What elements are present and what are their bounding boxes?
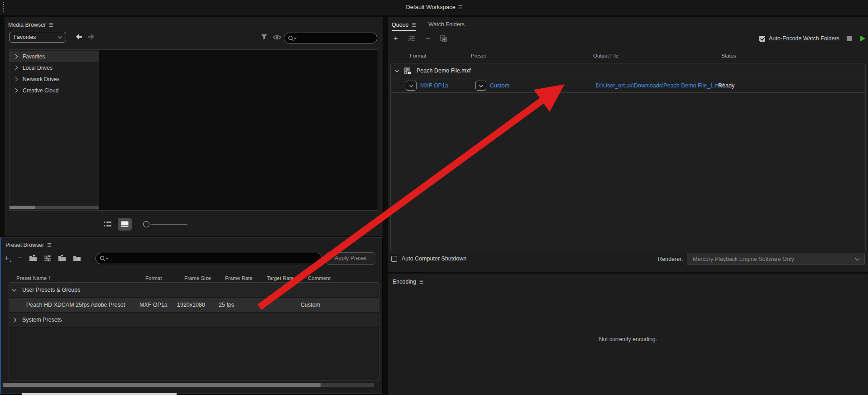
tab-watch-folders[interactable]: Watch Folders — [428, 21, 465, 30]
encoding-panel-menu-icon[interactable]: ☰ — [418, 279, 423, 284]
back-arrow-button[interactable] — [75, 33, 83, 40]
chevron-right-icon[interactable] — [14, 54, 18, 59]
preset-hscrollbar[interactable] — [3, 383, 374, 387]
preset-browser-panel-menu-icon[interactable]: ☰ — [46, 242, 51, 248]
start-queue-icon[interactable] — [860, 35, 865, 42]
media-browser-title: Media Browser — [8, 22, 46, 28]
chevron-right-icon[interactable] — [14, 88, 18, 93]
format-link[interactable]: MXF OP1a — [420, 82, 448, 89]
add-source-button[interactable]: + — [393, 34, 398, 43]
chevron-right-icon[interactable] — [12, 318, 17, 322]
queue-list: Peach Demo File.mxf MXF OP1a Custom D:\U… — [390, 63, 866, 252]
search-icon — [100, 255, 109, 261]
column-format[interactable]: Format — [145, 275, 162, 281]
chevron-down-icon[interactable] — [395, 68, 399, 72]
column-preset[interactable]: Preset — [471, 53, 486, 58]
queue-panel-menu-icon[interactable]: ☰ — [411, 22, 416, 28]
tree-item-favorites[interactable]: Favorites — [10, 51, 99, 62]
column-frame-rate[interactable]: Frame Rate — [225, 275, 253, 281]
auto-encode-label: Auto-Encode Watch Folders — [769, 35, 839, 42]
preset-format: MXF OP1a — [139, 302, 168, 308]
media-browser-body: Favorites Local Drives Network Drives Cr… — [9, 49, 378, 211]
eye-icon[interactable] — [273, 34, 281, 40]
media-tree-hscrollbar[interactable] — [10, 206, 99, 209]
preset-list: User Presets & Groups Peach HD XDCAM 25f… — [9, 282, 379, 381]
sort-ascending-icon[interactable]: ↑ — [48, 275, 51, 281]
media-file-icon — [404, 67, 411, 75]
media-search-input[interactable] — [284, 33, 377, 43]
app-titlebar: Default Workspace ☰ — [0, 0, 868, 15]
workspace-switcher[interactable]: Default Workspace ☰ — [0, 4, 868, 10]
zoom-slider-handle[interactable] — [143, 221, 149, 227]
forward-arrow-button[interactable] — [87, 33, 95, 40]
filter-icon[interactable] — [261, 34, 268, 40]
column-output-file[interactable]: Output File — [593, 53, 619, 58]
column-format[interactable]: Format — [410, 53, 426, 58]
scrollbar-thumb[interactable] — [10, 206, 35, 209]
column-preset-name[interactable]: Preset Name — [16, 275, 47, 281]
thumbnail-view-icon[interactable] — [118, 218, 132, 231]
tree-item-label: Creative Cloud — [23, 87, 58, 94]
preset-group-label: User Presets & Groups — [22, 287, 81, 293]
preset-row-selected[interactable]: Peach HD XDCAM 25fps Adobe Preset MXF OP… — [9, 298, 379, 313]
preset-search-input[interactable] — [96, 253, 322, 264]
scrollbar-thumb[interactable] — [3, 383, 321, 387]
column-status[interactable]: Status — [721, 53, 736, 58]
tree-item-network-drives[interactable]: Network Drives — [10, 73, 99, 85]
encoding-title: Encoding — [393, 279, 416, 285]
workspace-menu-icon[interactable]: ☰ — [457, 5, 462, 10]
format-dropdown-button[interactable] — [406, 81, 417, 91]
tree-item-creative-cloud[interactable]: Creative Cloud — [10, 85, 99, 96]
preset-settings-button[interactable] — [44, 255, 52, 262]
column-comment[interactable]: Comment — [308, 275, 331, 281]
import-preset-button[interactable] — [58, 255, 67, 262]
tab-queue[interactable]: Queue ☰ — [392, 20, 416, 31]
tree-item-label: Local Drives — [23, 65, 53, 71]
tree-item-label: Favorites — [23, 53, 45, 60]
apply-preset-button[interactable]: Apply Preset — [326, 252, 375, 265]
preset-dropdown-button[interactable] — [475, 81, 486, 91]
media-view-controls — [5, 215, 374, 233]
workspace-name: Default Workspace — [406, 4, 456, 10]
create-preset-button[interactable]: +˯ — [5, 254, 12, 263]
zoom-slider-track[interactable] — [151, 224, 187, 225]
chevron-down-icon[interactable] — [12, 287, 17, 292]
queue-source-row[interactable]: Peach Demo File.mxf — [391, 63, 865, 78]
export-preset-button[interactable] — [73, 255, 82, 262]
column-frame-size[interactable]: Frame Size — [184, 275, 211, 281]
media-search-field[interactable] — [297, 35, 368, 41]
list-view-icon[interactable] — [103, 221, 112, 228]
renderer-select[interactable]: Mercury Playback Engine Software Only — [687, 253, 865, 265]
column-target-rate[interactable]: Target Rate — [267, 275, 293, 281]
media-source-select-value: Favorites — [14, 34, 36, 40]
media-content-area[interactable] — [99, 50, 378, 210]
chevron-right-icon[interactable] — [14, 66, 18, 70]
auto-encode-checkbox[interactable] — [759, 36, 765, 42]
encoding-panel: Encoding ☰ Not currently encoding. — [388, 274, 868, 395]
add-output-button[interactable] — [408, 35, 416, 42]
auto-shutdown-checkbox[interactable] — [391, 256, 397, 262]
create-group-button[interactable] — [29, 255, 38, 262]
renderer-select-value: Mercury Playback Engine Software Only — [693, 256, 794, 262]
renderer-label: Renderer: — [658, 256, 683, 262]
preset-link[interactable]: Custom — [490, 82, 509, 89]
tree-item-local-drives[interactable]: Local Drives — [10, 62, 99, 73]
media-browser-panel-menu-icon[interactable]: ☰ — [48, 22, 53, 28]
stop-icon[interactable] — [847, 36, 852, 41]
output-file-link[interactable]: D:\User_ort.uk\Downloads\Peach Demo File… — [596, 82, 724, 89]
chevron-right-icon[interactable] — [14, 77, 18, 82]
duplicate-button[interactable] — [440, 35, 447, 42]
preset-browser-title: Preset Browser — [5, 242, 44, 248]
source-file-name: Peach Demo File.mxf — [417, 67, 470, 74]
background-window-edge — [22, 393, 177, 395]
media-source-select[interactable]: Favorites — [9, 32, 66, 43]
preset-group-user[interactable]: User Presets & Groups — [9, 283, 379, 298]
queue-output-row[interactable]: MXF OP1a Custom D:\User_ort.uk\Downloads… — [391, 78, 865, 93]
preset-name: Peach HD XDCAM 25fps Adobe Preset — [26, 302, 125, 308]
preset-group-system[interactable]: System Presets — [9, 313, 379, 328]
chevron-down-icon — [855, 256, 860, 260]
delete-preset-button[interactable]: − — [18, 254, 23, 263]
preset-search-field[interactable] — [109, 255, 286, 262]
remove-button[interactable]: − — [426, 34, 430, 43]
queue-panel: Queue ☰ Watch Folders + − Auto-Encode Wa… — [388, 17, 868, 272]
